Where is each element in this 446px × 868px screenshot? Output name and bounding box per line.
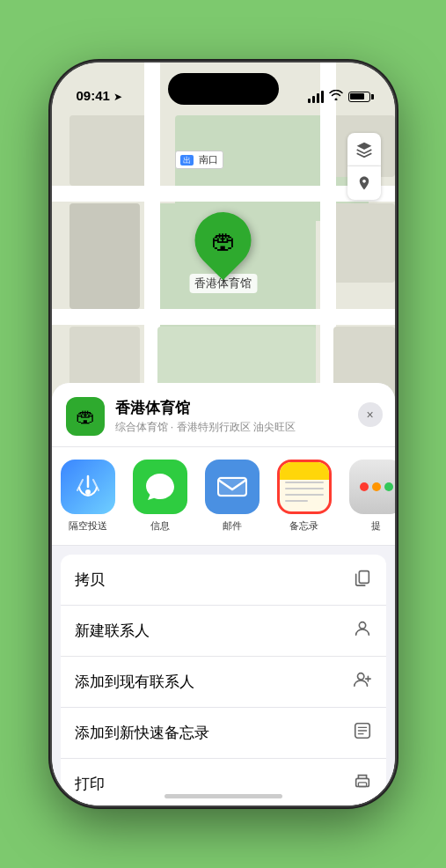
map-south-label: 出 南口 [175, 151, 223, 169]
more-icon-wrap [349, 460, 395, 514]
location-header: 🏟 香港体育馆 综合体育馆 · 香港特别行政区 油尖旺区 × [52, 383, 395, 447]
svg-point-0 [85, 489, 91, 495]
print-icon [353, 772, 372, 796]
signal-bars [308, 91, 324, 103]
share-item-notes[interactable]: 备忘录 [268, 460, 340, 533]
quick-note-icon [353, 721, 372, 745]
map-layers-button[interactable] [347, 133, 381, 166]
add-existing-label: 添加到现有联系人 [75, 672, 194, 692]
svg-rect-1 [218, 476, 246, 497]
home-indicator [165, 794, 282, 798]
action-print[interactable]: 打印 [61, 759, 386, 805]
more-label: 提 [371, 519, 381, 533]
location-name: 香港体育馆 [115, 398, 381, 418]
share-item-messages[interactable]: 信息 [124, 460, 196, 533]
print-label: 打印 [75, 774, 105, 794]
airdrop-label: 隔空投送 [69, 519, 107, 533]
svg-point-4 [359, 622, 365, 629]
add-existing-icon [353, 670, 372, 694]
status-icons [308, 90, 370, 105]
new-contact-icon [353, 619, 372, 643]
airdrop-icon-wrap [61, 460, 115, 514]
messages-icon-wrap [133, 460, 187, 514]
phone-frame: 09:41 ➤ [52, 63, 395, 805]
action-add-existing[interactable]: 添加到现有联系人 [61, 657, 386, 708]
bottom-sheet: 🏟 香港体育馆 综合体育馆 · 香港特别行政区 油尖旺区 × [52, 383, 395, 805]
wifi-icon [329, 90, 343, 103]
status-time: 09:41 [77, 88, 110, 105]
share-item-more[interactable]: 提 [340, 460, 395, 533]
copy-icon [353, 568, 372, 592]
share-row: 隔空投送 信息 [52, 447, 395, 546]
action-list: 拷贝 新建联系人 [61, 555, 386, 805]
action-copy[interactable]: 拷贝 [61, 555, 386, 606]
battery-icon [348, 92, 370, 102]
svg-rect-8 [358, 783, 366, 787]
action-new-contact[interactable]: 新建联系人 [61, 606, 386, 657]
new-contact-label: 新建联系人 [75, 621, 150, 641]
messages-label: 信息 [150, 519, 170, 533]
map-controls [347, 133, 381, 200]
notes-label: 备忘录 [289, 519, 318, 533]
location-info: 香港体育馆 综合体育馆 · 香港特别行政区 油尖旺区 [115, 398, 381, 435]
map-location-button[interactable] [347, 166, 381, 200]
mail-label: 邮件 [223, 519, 242, 533]
pin-circle: 🏟 [183, 201, 263, 281]
share-item-mail[interactable]: 邮件 [196, 460, 268, 533]
location-arrow-icon: ➤ [113, 91, 122, 103]
notes-icon-wrap [277, 460, 332, 514]
dynamic-island [168, 73, 279, 105]
location-pin: 🏟 香港体育馆 [189, 212, 257, 293]
mail-icon-wrap [205, 460, 260, 514]
copy-label: 拷贝 [75, 570, 105, 590]
location-description: 综合体育馆 · 香港特别行政区 油尖旺区 [115, 420, 381, 435]
location-logo: 🏟 [66, 397, 105, 436]
share-item-airdrop[interactable]: 隔空投送 [52, 460, 124, 533]
stadium-icon: 🏟 [211, 226, 236, 255]
svg-point-5 [357, 673, 363, 680]
phone-screen: 09:41 ➤ [52, 63, 395, 805]
svg-rect-3 [359, 571, 369, 584]
add-quick-note-label: 添加到新快速备忘录 [75, 723, 209, 743]
action-add-quick-note[interactable]: 添加到新快速备忘录 [61, 708, 386, 759]
close-button[interactable]: × [358, 402, 383, 427]
